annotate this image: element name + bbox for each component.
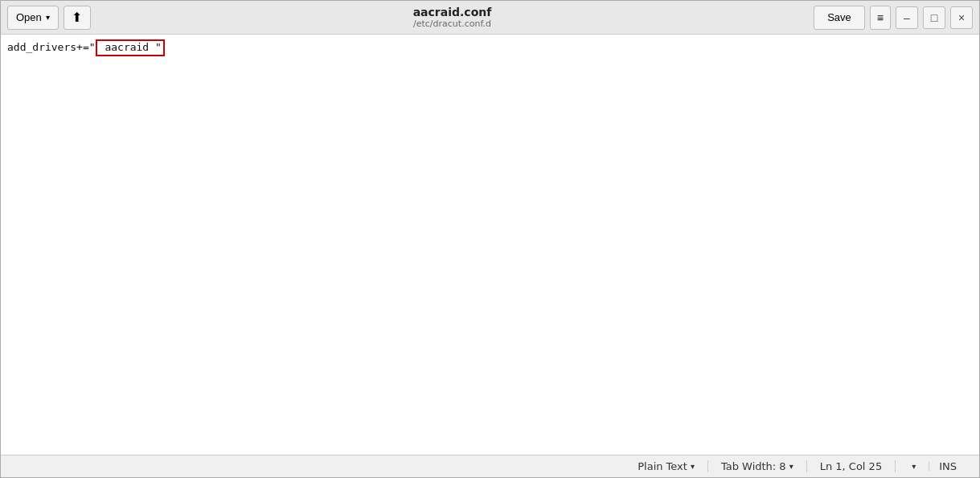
titlebar-center: aacraid.conf /etc/dracut.conf.d <box>91 6 814 29</box>
titlebar-left: Open ▾ ⬆ <box>7 6 91 30</box>
cursor-region: aacraid " <box>96 39 165 56</box>
statusbar-language[interactable]: Plain Text ▾ <box>625 460 708 472</box>
open-chevron-icon: ▾ <box>46 13 50 22</box>
tab-width-dropdown-icon: ▾ <box>789 462 793 471</box>
statusbar-tab-width[interactable]: Tab Width: 8 ▾ <box>708 460 807 472</box>
statusbar-mode: INS <box>929 460 966 472</box>
menu-button[interactable]: ≡ <box>870 6 891 30</box>
titlebar-right: Save ≡ – □ × <box>814 6 973 30</box>
open-label: Open <box>16 11 42 23</box>
close-icon: × <box>958 11 965 24</box>
language-dropdown-icon: ▾ <box>691 462 695 471</box>
window-subtitle: /etc/dracut.conf.d <box>91 19 814 29</box>
maximize-button[interactable]: □ <box>923 6 945 29</box>
save-doc-icon: ⬆ <box>72 10 82 25</box>
minimize-button[interactable]: – <box>896 6 918 29</box>
menu-icon: ≡ <box>877 11 884 24</box>
save-button[interactable]: Save <box>814 6 865 30</box>
close-button[interactable]: × <box>950 6 973 29</box>
tab-width-label: Tab Width: 8 <box>721 460 786 472</box>
editor-area[interactable]: add_drivers+=" aacraid " <box>1 35 979 455</box>
editor-line-1: add_drivers+=" aacraid " <box>7 41 165 53</box>
editor-content: add_drivers+=" aacraid " <box>7 39 973 56</box>
statusbar-position: Ln 1, Col 25 <box>807 460 896 472</box>
position-dropdown-icon: ▾ <box>912 462 916 471</box>
minimize-icon: – <box>904 11 910 24</box>
app-window: Open ▾ ⬆ aacraid.conf /etc/dracut.conf.d… <box>0 0 980 478</box>
maximize-icon: □ <box>931 11 937 24</box>
open-button[interactable]: Open ▾ <box>7 6 59 30</box>
statusbar-position-dropdown[interactable]: ▾ <box>896 462 929 471</box>
statusbar: Plain Text ▾ Tab Width: 8 ▾ Ln 1, Col 25… <box>1 455 979 477</box>
titlebar: Open ▾ ⬆ aacraid.conf /etc/dracut.conf.d… <box>1 1 979 35</box>
language-label: Plain Text <box>638 460 687 472</box>
save-doc-button[interactable]: ⬆ <box>64 6 91 30</box>
position-label: Ln 1, Col 25 <box>820 460 882 472</box>
window-title: aacraid.conf <box>91 6 814 19</box>
